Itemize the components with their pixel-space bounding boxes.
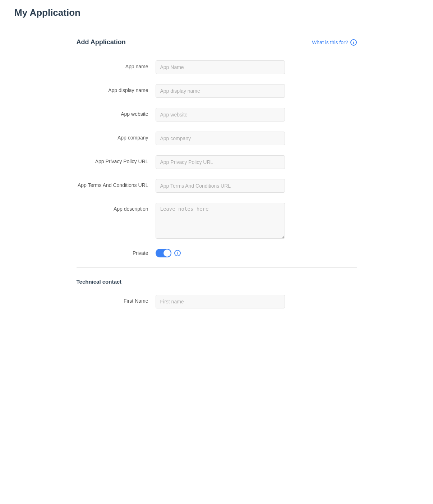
app-display-name-label: App display name: [77, 84, 156, 93]
app-company-input[interactable]: [156, 132, 285, 145]
private-toggle[interactable]: [156, 249, 171, 257]
private-row: Private i: [77, 249, 357, 257]
technical-contact-section-title: Technical contact: [77, 279, 357, 285]
app-terms-conditions-row: App Terms And Conditions URL: [77, 179, 357, 193]
app-terms-conditions-input[interactable]: [156, 179, 285, 193]
app-display-name-input[interactable]: [156, 84, 285, 98]
app-privacy-policy-row: App Privacy Policy URL: [77, 155, 357, 169]
what-is-this-link[interactable]: What is this for? i: [312, 39, 356, 46]
private-info-icon[interactable]: i: [174, 250, 181, 256]
main-content: Add Application What is this for? i App …: [69, 24, 364, 333]
app-company-label: App company: [77, 132, 156, 141]
what-is-this-label: What is this for?: [312, 40, 348, 45]
app-privacy-policy-input[interactable]: [156, 155, 285, 169]
app-privacy-policy-label: App Privacy Policy URL: [77, 155, 156, 164]
form-header: Add Application What is this for? i: [77, 38, 357, 46]
app-display-name-row: App display name: [77, 84, 357, 98]
first-name-row: First Name: [77, 295, 357, 308]
toggle-thumb: [163, 249, 171, 257]
info-circle-icon: i: [350, 39, 357, 46]
section-divider: [77, 267, 357, 268]
private-label: Private: [77, 250, 156, 256]
app-description-textarea[interactable]: [156, 203, 285, 239]
app-company-row: App company: [77, 132, 357, 145]
page-title: My Application: [14, 7, 419, 18]
app-terms-conditions-label: App Terms And Conditions URL: [77, 179, 156, 188]
app-description-row: App description: [77, 203, 357, 239]
app-name-label: App name: [77, 60, 156, 69]
form-section-title: Add Application: [77, 38, 126, 46]
private-toggle-container: i: [156, 249, 181, 257]
app-website-row: App website: [77, 108, 357, 122]
app-name-row: App name: [77, 60, 357, 74]
app-website-label: App website: [77, 108, 156, 117]
app-website-input[interactable]: [156, 108, 285, 122]
first-name-input[interactable]: [156, 295, 285, 308]
app-name-input[interactable]: [156, 60, 285, 74]
app-description-label: App description: [77, 203, 156, 212]
page-header: My Application: [0, 0, 433, 24]
first-name-label: First Name: [77, 295, 156, 304]
